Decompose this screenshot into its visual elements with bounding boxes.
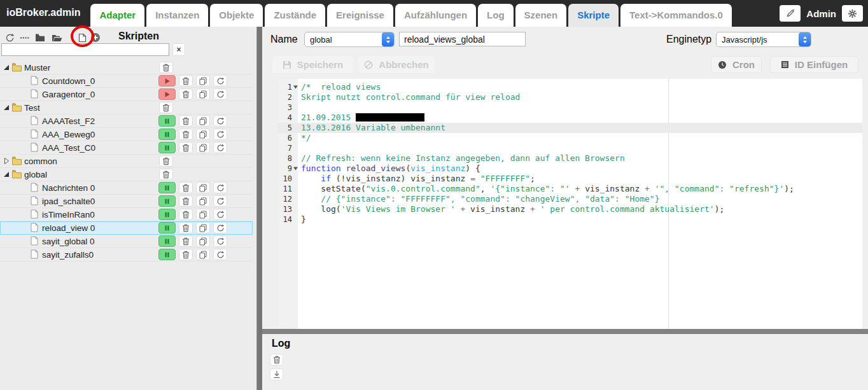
delete-button[interactable]	[179, 222, 193, 233]
copy-button[interactable]	[196, 235, 210, 247]
code-line-7[interactable]: 7	[278, 143, 862, 153]
copy-button[interactable]	[196, 142, 210, 153]
insert-id-button[interactable]: ID Einfügen	[770, 56, 858, 73]
tab-ereignisse[interactable]: Ereignisse	[327, 4, 393, 27]
pause-script-button[interactable]	[158, 182, 176, 193]
restart-button[interactable]	[213, 129, 227, 140]
tree-script-countdown-0[interactable]: Countdown_0	[0, 74, 253, 88]
code-line-5[interactable]: 513.03.2016 Variable umbenannt	[278, 123, 862, 133]
delete-button[interactable]	[159, 169, 173, 180]
clear-log-button[interactable]	[270, 354, 283, 366]
fold-icon[interactable]	[293, 167, 298, 171]
copy-button[interactable]	[196, 182, 210, 193]
restart-button[interactable]	[213, 142, 227, 153]
tree-script-nachrichten-0[interactable]: Nachrichten 0	[0, 181, 253, 195]
code-line-8[interactable]: 8// Refresh: wenn keine Instanz angegebe…	[278, 153, 862, 164]
copy-button[interactable]	[196, 129, 210, 140]
tree-folder-test[interactable]: Test	[0, 101, 253, 115]
restart-button[interactable]	[213, 88, 227, 100]
tree-script-aaa-beweg0[interactable]: AAA_Beweg0	[0, 128, 253, 141]
delete-button[interactable]	[179, 129, 193, 140]
tab-instanzen[interactable]: Instanzen	[146, 4, 208, 27]
restart-button[interactable]	[213, 222, 227, 233]
run-script-button[interactable]	[158, 75, 176, 87]
settings-button[interactable]	[842, 5, 863, 22]
copy-button[interactable]	[196, 75, 210, 87]
vertical-splitter[interactable]	[256, 27, 262, 390]
copy-button[interactable]	[196, 115, 210, 127]
code-line-6[interactable]: 6*/	[278, 133, 862, 143]
tree-script-reload-view-0[interactable]: reload_view 0	[0, 221, 253, 235]
tab-log[interactable]: Log	[478, 4, 514, 27]
delete-button[interactable]	[179, 209, 193, 220]
delete-button[interactable]	[179, 235, 193, 247]
expand-icon[interactable]	[3, 158, 10, 164]
delete-button[interactable]	[179, 195, 193, 207]
code-line-10[interactable]: 10 if (!vis_instanz) vis_instanz = "FFFF…	[278, 174, 862, 184]
tree-script-aaaatest-f2[interactable]: AAAATest_F2	[0, 115, 253, 128]
script-name-input[interactable]	[399, 32, 526, 46]
tab-zust-nde[interactable]: Zustände	[265, 4, 325, 27]
restart-button[interactable]	[213, 209, 227, 220]
expand-folders-button[interactable]	[51, 32, 62, 43]
folder-select[interactable]: global	[304, 32, 395, 47]
collapse-all-button[interactable]	[18, 32, 30, 43]
restart-button[interactable]	[213, 75, 227, 87]
save-button[interactable]: Speichern	[272, 56, 353, 73]
tab-skripte[interactable]: Skripte	[568, 4, 619, 27]
cancel-button[interactable]: Abbrechen	[358, 56, 435, 73]
reload-tree-button[interactable]	[4, 32, 15, 43]
delete-button[interactable]	[179, 182, 193, 193]
delete-button[interactable]	[159, 155, 173, 167]
code-line-3[interactable]: 3	[278, 102, 862, 113]
collapse-folders-button[interactable]	[34, 32, 46, 43]
tree-script-istimeinran0[interactable]: isTimeInRan0	[0, 208, 253, 221]
delete-button[interactable]	[179, 115, 193, 127]
copy-button[interactable]	[196, 249, 210, 260]
edit-user-button[interactable]	[780, 5, 801, 22]
tree-script-aaa-test-c0[interactable]: AAA_Test_C0	[0, 141, 253, 155]
code-line-14[interactable]: 14}	[278, 214, 862, 225]
tab-aufz-hlungen[interactable]: Aufzählungen	[395, 4, 476, 27]
code-line-1[interactable]: 1/* reload views	[278, 82, 862, 92]
delete-button[interactable]	[159, 62, 173, 73]
delete-button[interactable]	[179, 75, 193, 87]
code-line-4[interactable]: 421.09.2015	[278, 113, 862, 123]
new-file-button[interactable]	[76, 32, 88, 43]
copy-button[interactable]	[196, 195, 210, 207]
cron-button[interactable]: Cron	[711, 56, 762, 73]
search-input[interactable]	[1, 43, 169, 56]
tree-script-sayit-zufalls0[interactable]: sayit_zufalls0	[0, 248, 253, 261]
collapse-icon[interactable]	[3, 171, 10, 178]
pause-script-button[interactable]	[158, 249, 176, 260]
restart-button[interactable]	[213, 115, 227, 127]
pause-script-button[interactable]	[158, 115, 176, 127]
tree-folder-global[interactable]: global	[0, 168, 253, 181]
tab-text-kommandos-0[interactable]: Text->Kommandos.0	[620, 4, 732, 27]
code-line-11[interactable]: 11 setState("vis.0.control.command", '{"…	[278, 184, 862, 194]
add-script-button[interactable]	[90, 32, 101, 43]
delete-button[interactable]	[179, 249, 193, 260]
pause-script-button[interactable]	[158, 209, 176, 220]
restart-button[interactable]	[213, 249, 227, 260]
download-log-button[interactable]	[270, 368, 283, 380]
code-line-13[interactable]: 13 log('Vis Views im Browser ' + vis_ins…	[278, 204, 862, 214]
run-script-button[interactable]	[158, 88, 176, 100]
tree-script-garagentor-0[interactable]: Garagentor_0	[0, 88, 253, 101]
restart-button[interactable]	[213, 182, 227, 193]
pause-script-button[interactable]	[158, 129, 176, 140]
code-editor[interactable]: 1/* reload views2Skript nutzt control.co…	[278, 79, 862, 329]
copy-button[interactable]	[196, 88, 210, 100]
tab-adapter[interactable]: Adapter	[90, 4, 144, 27]
engine-type-select[interactable]: Javascript/js	[716, 32, 811, 47]
code-line-2[interactable]: 2Skript nutzt control.command für view r…	[278, 92, 862, 102]
copy-button[interactable]	[196, 209, 210, 220]
pause-script-button[interactable]	[158, 235, 176, 247]
delete-button[interactable]	[179, 88, 193, 100]
pause-script-button[interactable]	[158, 195, 176, 207]
pause-script-button[interactable]	[158, 142, 176, 153]
tree-folder-common[interactable]: common	[0, 155, 253, 168]
pause-script-button[interactable]	[158, 222, 176, 233]
delete-button[interactable]	[179, 142, 193, 153]
clear-search-button[interactable]: ×	[172, 43, 185, 56]
